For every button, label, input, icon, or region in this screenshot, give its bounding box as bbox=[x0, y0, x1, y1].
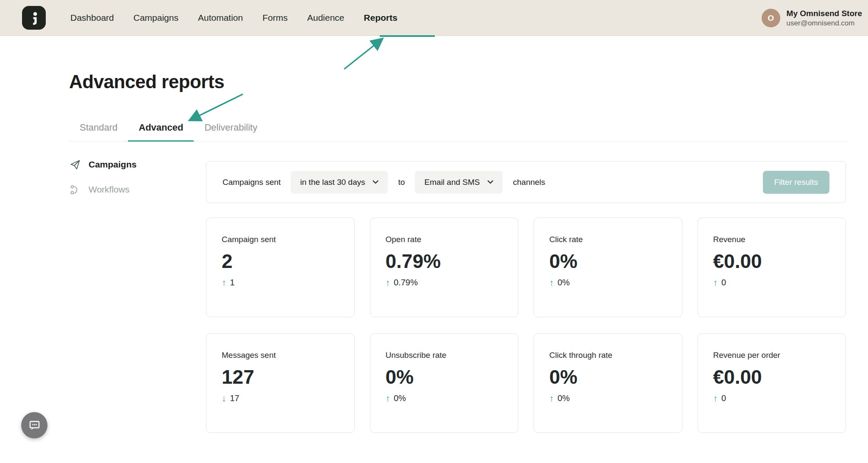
date-range-value: in the last 30 days bbox=[300, 178, 365, 187]
metric-card-revenue: Revenue €0.00 ↑ 0 bbox=[698, 218, 846, 317]
metric-delta: ↑ 0 bbox=[713, 393, 831, 403]
account-menu[interactable]: O My Omnisend Store user@omnisend.com bbox=[762, 8, 862, 28]
sidebar-item-workflows[interactable]: Workflows bbox=[69, 181, 192, 198]
metric-value: 0.79% bbox=[386, 251, 503, 271]
metric-delta: ↓ 17 bbox=[222, 393, 339, 403]
chat-bubble-icon bbox=[28, 418, 41, 432]
channel-value: Email and SMS bbox=[424, 178, 480, 187]
advanced-reports-page: Dashboard Campaigns Automation Forms Aud… bbox=[0, 0, 868, 463]
report-tabs: Standard Advanced Deliverability bbox=[69, 122, 848, 142]
nav-item-dashboard[interactable]: Dashboard bbox=[70, 13, 114, 23]
metric-card-messages-sent: Messages sent 127 ↓ 17 bbox=[206, 333, 355, 433]
sidebar-item-campaigns[interactable]: Campaigns bbox=[69, 156, 192, 173]
paper-plane-icon bbox=[69, 159, 81, 170]
metric-delta: ↑ 0% bbox=[549, 393, 667, 403]
filter-suffix-label: channels bbox=[513, 178, 545, 187]
metric-delta-value: 0.79% bbox=[394, 278, 418, 287]
metric-card-open-rate: Open rate 0.79% ↑ 0.79% bbox=[370, 218, 519, 317]
trend-up-icon: ↑ bbox=[549, 278, 554, 287]
workflow-icon bbox=[69, 184, 81, 195]
metric-delta-value: 0 bbox=[721, 393, 726, 403]
metric-card-campaign-sent: Campaign sent 2 ↑ 1 bbox=[206, 218, 355, 317]
tab-advanced[interactable]: Advanced bbox=[128, 122, 194, 142]
annotation-arrow-advanced-tab bbox=[191, 94, 243, 120]
metric-label: Open rate bbox=[386, 235, 503, 244]
avatar: O bbox=[762, 8, 780, 27]
metric-delta: ↑ 0.79% bbox=[386, 278, 503, 287]
page-title: Advanced reports bbox=[69, 71, 224, 92]
metric-delta-value: 0 bbox=[721, 278, 726, 287]
date-range-dropdown[interactable]: in the last 30 days bbox=[291, 171, 388, 194]
user-email: user@omnisend.com bbox=[787, 18, 862, 27]
metric-value: 127 bbox=[222, 367, 339, 387]
metric-delta-value: 0% bbox=[558, 393, 570, 403]
metric-delta: ↑ 0% bbox=[549, 278, 667, 287]
primary-nav: Dashboard Campaigns Automation Forms Aud… bbox=[70, 13, 398, 23]
metric-label: Revenue bbox=[713, 235, 831, 244]
metric-card-click-rate: Click rate 0% ↑ 0% bbox=[534, 218, 682, 317]
metric-value: 0% bbox=[386, 367, 503, 387]
chevron-down-icon bbox=[373, 180, 378, 184]
store-name: My Omnisend Store bbox=[787, 8, 862, 19]
trend-up-icon: ↑ bbox=[549, 394, 554, 403]
account-info: My Omnisend Store user@omnisend.com bbox=[787, 8, 862, 28]
top-nav-bar: Dashboard Campaigns Automation Forms Aud… bbox=[0, 0, 868, 36]
annotation-arrow-reports bbox=[344, 40, 381, 69]
metric-delta-value: 0% bbox=[558, 278, 570, 287]
channel-dropdown[interactable]: Email and SMS bbox=[415, 171, 503, 194]
trend-up-icon: ↑ bbox=[386, 278, 390, 287]
metric-value: 0% bbox=[549, 251, 667, 271]
trend-up-icon: ↑ bbox=[713, 394, 718, 403]
nav-item-reports[interactable]: Reports bbox=[364, 13, 397, 23]
chevron-down-icon bbox=[487, 180, 493, 184]
metric-label: Messages sent bbox=[222, 351, 339, 360]
filter-prefix-label: Campaigns sent bbox=[223, 178, 281, 187]
tab-standard[interactable]: Standard bbox=[69, 122, 128, 142]
trend-up-icon: ↑ bbox=[222, 278, 226, 287]
metric-label: Revenue per order bbox=[713, 351, 831, 360]
filter-bar: Campaigns sent in the last 30 days to Em… bbox=[206, 161, 846, 203]
nav-item-forms[interactable]: Forms bbox=[262, 13, 288, 23]
metric-cards-grid: Campaign sent 2 ↑ 1 Open rate 0.79% ↑ 0.… bbox=[206, 218, 846, 433]
omnisend-logo[interactable] bbox=[22, 6, 46, 30]
filter-connector-label: to bbox=[398, 178, 405, 187]
nav-item-automation[interactable]: Automation bbox=[198, 13, 243, 23]
metric-card-revenue-per-order: Revenue per order €0.00 ↑ 0 bbox=[698, 333, 846, 433]
metric-value: €0.00 bbox=[713, 251, 831, 271]
omnisend-logo-icon bbox=[26, 10, 42, 25]
reports-active-underline bbox=[380, 35, 435, 37]
metric-delta-value: 1 bbox=[230, 278, 235, 287]
metric-value: 2 bbox=[222, 251, 339, 271]
filter-results-button[interactable]: Filter results bbox=[763, 171, 829, 194]
sidebar-item-label: Workflows bbox=[89, 184, 129, 195]
metric-card-click-through-rate: Click through rate 0% ↑ 0% bbox=[534, 333, 682, 433]
chat-launcher-button[interactable] bbox=[21, 412, 47, 438]
metric-label: Click through rate bbox=[549, 351, 667, 360]
trend-up-icon: ↑ bbox=[713, 278, 718, 287]
metric-label: Campaign sent bbox=[222, 235, 339, 244]
sidebar-item-label: Campaigns bbox=[89, 159, 136, 170]
metric-delta-value: 0% bbox=[394, 393, 406, 403]
metric-value: 0% bbox=[549, 367, 667, 387]
nav-item-audience[interactable]: Audience bbox=[307, 13, 345, 23]
metric-delta: ↑ 1 bbox=[222, 278, 339, 287]
report-sidebar: Campaigns Workflows bbox=[69, 156, 192, 206]
metric-card-unsubscribe-rate: Unsubscribe rate 0% ↑ 0% bbox=[370, 333, 519, 433]
nav-item-campaigns[interactable]: Campaigns bbox=[134, 13, 178, 23]
trend-down-icon: ↓ bbox=[222, 394, 226, 403]
trend-up-icon: ↑ bbox=[386, 394, 390, 403]
metric-label: Unsubscribe rate bbox=[386, 351, 503, 360]
metric-value: €0.00 bbox=[713, 367, 831, 387]
metric-delta: ↑ 0% bbox=[386, 393, 503, 403]
metric-delta-value: 17 bbox=[230, 393, 239, 403]
metric-label: Click rate bbox=[549, 235, 667, 244]
metric-delta: ↑ 0 bbox=[713, 278, 831, 287]
tab-deliverability[interactable]: Deliverability bbox=[194, 122, 268, 142]
